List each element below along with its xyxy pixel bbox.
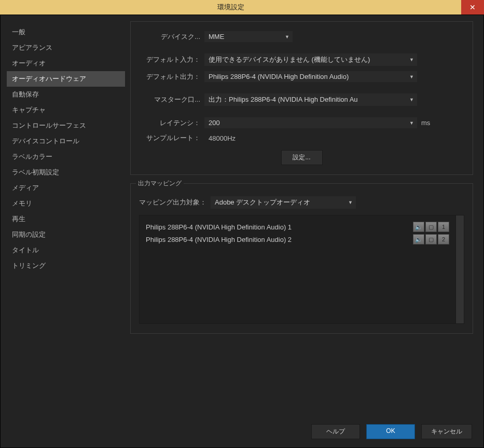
- sidebar-item-capture[interactable]: キャプチャ: [7, 102, 125, 118]
- mapping-select-icon[interactable]: ▢: [425, 222, 437, 232]
- mapping-target-label: マッピング出力対象：: [139, 198, 206, 207]
- default-output-label: デフォルト出力：: [139, 72, 200, 82]
- button-label: キャンセル: [431, 428, 462, 435]
- sidebar: 一般 アピアランス オーディオ オーディオハードウェア 自動保存 キャプチャ コ…: [1, 21, 125, 417]
- sample-rate-row: サンプルレート： 48000Hz: [139, 133, 464, 143]
- mapping-row: Philips 288P6-4 (NVIDIA High Definition …: [146, 221, 449, 233]
- sidebar-item-label: 再生: [12, 215, 25, 223]
- sidebar-item-device-control[interactable]: デバイスコントロール: [7, 133, 125, 149]
- mapping-scrollbar[interactable]: [455, 215, 464, 323]
- mapping-row-label: Philips 288P6-4 (NVIDIA High Definition …: [146, 223, 292, 231]
- audio-hardware-group: デバイスク... MME デフォルト入力： 使用できるデバイスがありません (機…: [130, 21, 473, 175]
- channel-number: 2: [442, 236, 445, 242]
- mapping-row: Philips 288P6-4 (NVIDIA High Definition …: [146, 233, 449, 246]
- default-output-row: デフォルト出力： Philips 288P6-4 (NVIDIA High De…: [139, 71, 464, 82]
- sample-rate-label: サンプルレート：: [139, 133, 200, 143]
- help-button[interactable]: ヘルプ: [311, 424, 360, 439]
- mapping-target-dropdown[interactable]: Adobe デスクトップオーディオ: [211, 196, 356, 209]
- sidebar-item-label: メモリ: [12, 199, 32, 207]
- sidebar-item-label: ラベル初期設定: [12, 168, 59, 176]
- master-clock-dropdown[interactable]: 出力：Philips 288P6-4 (NVIDIA High Definiti…: [204, 93, 417, 106]
- sidebar-item-label: コントロールサーフェス: [12, 121, 86, 129]
- default-output-dropdown[interactable]: Philips 288P6-4 (NVIDIA High Definition …: [204, 71, 417, 82]
- sidebar-item-media[interactable]: メディア: [7, 180, 125, 196]
- sidebar-item-trimming[interactable]: トリミング: [7, 258, 125, 274]
- sidebar-item-audio[interactable]: オーディオ: [7, 56, 125, 71]
- latency-label: レイテンシ：: [139, 118, 200, 128]
- window-title: 環境設定: [0, 3, 461, 12]
- latency-row: レイテンシ： 200 ms: [139, 117, 464, 128]
- sidebar-item-appearance[interactable]: アピアランス: [7, 40, 125, 56]
- latency-dropdown[interactable]: 200: [204, 117, 417, 128]
- mapping-channel-number[interactable]: 2: [438, 234, 449, 245]
- channel-number: 1: [442, 224, 445, 230]
- titlebar: 環境設定 ✕: [0, 0, 484, 15]
- mapping-channel-number[interactable]: 1: [438, 222, 449, 232]
- output-mapping-group: 出力マッピング マッピング出力対象： Adobe デスクトップオーディオ Phi…: [130, 183, 473, 334]
- sidebar-item-label: メディア: [12, 184, 39, 192]
- dropdown-value: Adobe デスクトップオーディオ: [215, 198, 310, 207]
- mapping-target-row: マッピング出力対象： Adobe デスクトップオーディオ: [139, 196, 464, 209]
- mapping-list: Philips 288P6-4 (NVIDIA High Definition …: [140, 215, 455, 323]
- default-input-row: デフォルト入力： 使用できるデバイスがありません (機能していません): [139, 53, 464, 66]
- device-class-label: デバイスク...: [139, 32, 200, 42]
- ok-button[interactable]: OK: [366, 424, 415, 439]
- speaker-icon[interactable]: 🔈: [413, 222, 424, 232]
- default-input-dropdown[interactable]: 使用できるデバイスがありません (機能していません): [204, 53, 417, 66]
- sidebar-item-label: キャプチャ: [12, 106, 46, 114]
- sidebar-item-control-surface[interactable]: コントロールサーフェス: [7, 118, 125, 133]
- sidebar-item-label: 一般: [12, 28, 25, 36]
- mapping-row-label: Philips 288P6-4 (NVIDIA High Definition …: [146, 236, 292, 243]
- device-class-dropdown[interactable]: MME: [204, 31, 293, 42]
- dropdown-value: MME: [209, 33, 224, 40]
- mapping-list-box: Philips 288P6-4 (NVIDIA High Definition …: [139, 215, 464, 324]
- preferences-window: 環境設定 ✕ 一般 アピアランス オーディオ オーディオハードウェア 自動保存 …: [0, 0, 484, 448]
- button-label: OK: [386, 427, 395, 435]
- speaker-icon[interactable]: 🔈: [413, 234, 424, 245]
- mapping-controls: 🔈 ▢ 1: [413, 222, 449, 232]
- sidebar-item-label: デバイスコントロール: [12, 137, 79, 145]
- device-class-row: デバイスク... MME: [139, 31, 464, 42]
- dropdown-value: 出力：Philips 288P6-4 (NVIDIA High Definiti…: [209, 95, 358, 104]
- sidebar-item-label: 自動保存: [12, 90, 39, 98]
- sidebar-item-label-color[interactable]: ラベルカラー: [7, 149, 125, 165]
- sidebar-item-label: トリミング: [12, 262, 46, 269]
- close-icon: ✕: [469, 3, 476, 11]
- cancel-button[interactable]: キャンセル: [421, 424, 472, 439]
- dialog-footer: ヘルプ OK キャンセル: [1, 417, 476, 441]
- mapping-select-icon[interactable]: ▢: [425, 234, 437, 245]
- sidebar-item-playback[interactable]: 再生: [7, 211, 125, 227]
- sidebar-item-label: ラベルカラー: [12, 153, 52, 160]
- dropdown-value: Philips 288P6-4 (NVIDIA High Definition …: [209, 73, 349, 80]
- sidebar-item-title[interactable]: タイトル: [7, 242, 125, 258]
- output-mapping-legend: 出力マッピング: [136, 179, 184, 188]
- sidebar-item-general[interactable]: 一般: [7, 24, 125, 40]
- close-button[interactable]: ✕: [461, 0, 484, 15]
- dialog-body: 一般 アピアランス オーディオ オーディオハードウェア 自動保存 キャプチャ コ…: [0, 15, 484, 448]
- sidebar-item-sync-settings[interactable]: 同期の設定: [7, 227, 125, 242]
- sidebar-item-label: オーディオ: [12, 59, 46, 67]
- main-panel: デバイスク... MME デフォルト入力： 使用できるデバイスがありません (機…: [130, 21, 476, 417]
- button-label: 設定...: [293, 154, 310, 161]
- default-input-label: デフォルト入力：: [139, 55, 200, 64]
- sidebar-item-label: 同期の設定: [12, 230, 46, 238]
- master-clock-label: マスターク口...: [139, 95, 200, 104]
- mapping-controls: 🔈 ▢ 2: [413, 234, 449, 245]
- master-clock-row: マスターク口... 出力：Philips 288P6-4 (NVIDIA Hig…: [139, 93, 464, 106]
- sample-rate-value: 48000Hz: [204, 134, 236, 142]
- sidebar-item-memory[interactable]: メモリ: [7, 196, 125, 211]
- sidebar-item-label: アピアランス: [12, 44, 52, 51]
- settings-button[interactable]: 設定...: [281, 150, 323, 165]
- sidebar-item-audio-hardware[interactable]: オーディオハードウェア: [7, 71, 125, 87]
- settings-button-row: 設定...: [139, 150, 464, 165]
- sidebar-item-label: タイトル: [12, 246, 39, 254]
- sidebar-item-label-defaults[interactable]: ラベル初期設定: [7, 165, 125, 180]
- latency-unit: ms: [421, 119, 430, 127]
- button-label: ヘルプ: [326, 428, 345, 435]
- content-row: 一般 アピアランス オーディオ オーディオハードウェア 自動保存 キャプチャ コ…: [1, 21, 476, 417]
- dropdown-value: 200: [209, 119, 220, 127]
- dropdown-value: 使用できるデバイスがありません (機能していません): [209, 55, 370, 64]
- sidebar-item-autosave[interactable]: 自動保存: [7, 87, 125, 102]
- sidebar-item-label: オーディオハードウェア: [12, 75, 86, 83]
